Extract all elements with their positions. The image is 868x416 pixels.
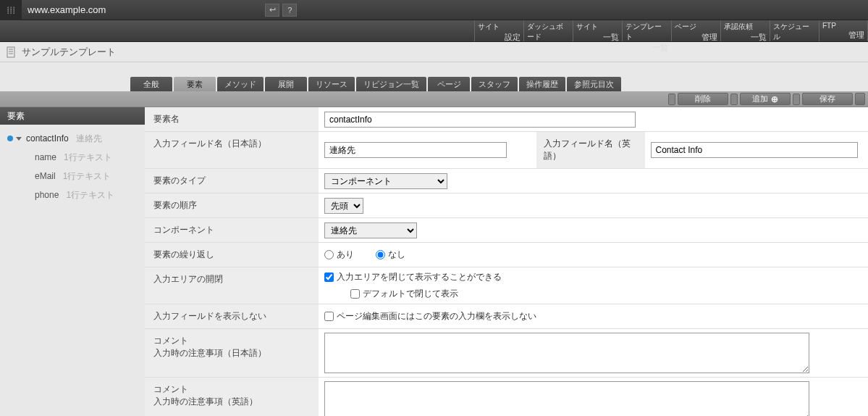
label-comment-en: コメント 入力時の注意事項（英語）	[145, 378, 319, 416]
order-select[interactable]: 先頭	[324, 198, 363, 214]
tab-history[interactable]: 操作履歴	[519, 77, 565, 91]
action-end-icon[interactable]	[855, 93, 865, 105]
area-default-close-option[interactable]: デフォルトで閉じて表示	[350, 288, 502, 300]
help-icon[interactable]: ?	[282, 4, 297, 17]
label-order: 要素の順序	[145, 194, 319, 217]
label-component: コンポーネント	[145, 218, 319, 242]
sidebar-header: 要素	[0, 107, 145, 125]
tab-expand[interactable]: 展開	[265, 77, 307, 91]
tree-item-email[interactable]: eMail 1行テキスト	[0, 167, 145, 186]
action-spacer	[668, 93, 675, 105]
repeat-yes-radio[interactable]	[324, 250, 334, 259]
url-text: www.example.com	[28, 4, 106, 15]
repeat-no-radio[interactable]	[376, 250, 385, 259]
page-title: サンプルテンプレート	[22, 46, 116, 59]
add-button[interactable]: 追加⊕	[740, 93, 791, 105]
tree-item-phone[interactable]: phone 1行テキスト	[0, 186, 145, 204]
label-field-en: 入力フィールド名（英語）	[536, 132, 645, 168]
action-bar: 削除 追加⊕ 保存	[0, 91, 868, 107]
sidebar: 要素 contactInfo 連絡先 name 1行テキスト eMail 1行テ…	[0, 107, 145, 416]
field-jp-input[interactable]	[324, 142, 507, 158]
label-element-name: 要素名	[145, 107, 319, 131]
template-icon	[6, 46, 17, 58]
element-form: 要素名 入力フィールド名（日本語） 入力フィールド名（英語） 要素のタイプ コン…	[145, 107, 868, 416]
nav-ftp-manage[interactable]: FTP管理	[819, 20, 868, 41]
area-close-checkbox[interactable]	[324, 273, 334, 282]
tab-staff[interactable]: スタッフ	[471, 77, 518, 91]
nav-site-list[interactable]: サイト一覧	[573, 20, 622, 41]
nav-site-settings[interactable]: サイト設定	[474, 20, 523, 41]
comment-jp-textarea[interactable]	[324, 333, 809, 373]
app-logo-icon: ⁞⁞⁞	[0, 0, 22, 20]
hide-field-checkbox[interactable]	[324, 312, 334, 321]
nav-dashboard[interactable]: ダッシュボード	[523, 20, 573, 41]
label-type: 要素のタイプ	[145, 169, 319, 193]
tab-revision[interactable]: リビジョン一覧	[356, 77, 426, 91]
nav-page-manage[interactable]: ページ管理	[671, 20, 720, 41]
tab-reference[interactable]: 参照元目次	[567, 77, 621, 91]
tab-element[interactable]: 要素	[174, 77, 216, 91]
action-spacer	[730, 93, 738, 105]
topbar: ⁞⁞⁞ www.example.com ↩ ?	[0, 0, 868, 20]
tree-item-root[interactable]: contactInfo 連絡先	[0, 129, 145, 148]
element-name-input[interactable]	[324, 112, 636, 128]
tree-item-name[interactable]: name 1行テキスト	[0, 148, 145, 167]
hide-field-option[interactable]: ページ編集画面にはこの要素の入力欄を表示しない	[324, 310, 536, 323]
nav-schedule[interactable]: スケジュール	[770, 20, 819, 41]
plus-icon: ⊕	[771, 94, 778, 104]
tab-resource[interactable]: リソース	[308, 77, 355, 91]
action-spacer	[793, 93, 800, 105]
nav-approval-list[interactable]: 承認依頼一覧	[720, 20, 770, 41]
repeat-yes-option[interactable]: あり	[324, 249, 354, 261]
tab-bar: 全般 要素 メソッド 展開 リソース リビジョン一覧 ページ スタッフ 操作履歴…	[0, 62, 868, 91]
label-comment-jp: コメント 入力時の注意事項（日本語）	[145, 329, 319, 377]
delete-button[interactable]: 削除	[678, 93, 728, 105]
label-repeat: 要素の繰り返し	[145, 243, 319, 267]
area-default-close-checkbox[interactable]	[350, 289, 360, 299]
field-en-input[interactable]	[651, 142, 858, 158]
area-close-option[interactable]: 入力エリアを閉じて表示することができる	[324, 271, 502, 283]
back-icon[interactable]: ↩	[265, 4, 279, 17]
tab-general[interactable]: 全般	[130, 77, 172, 91]
bullet-icon	[7, 136, 13, 141]
chevron-down-icon[interactable]	[16, 137, 22, 141]
tab-method[interactable]: メソッド	[217, 77, 264, 91]
label-area-open: 入力エリアの開閉	[145, 267, 319, 304]
label-hide-field: 入力フィールドを表示しない	[145, 304, 319, 328]
component-select[interactable]: 連絡先	[324, 222, 417, 238]
page-titlebar: サンプルテンプレート	[0, 42, 868, 62]
tab-page[interactable]: ページ	[428, 77, 470, 91]
comment-en-textarea[interactable]	[324, 381, 809, 416]
repeat-no-option[interactable]: なし	[376, 249, 405, 261]
svg-rect-0	[7, 47, 14, 57]
save-button[interactable]: 保存	[802, 93, 853, 105]
label-field-jp: 入力フィールド名（日本語）	[145, 132, 319, 168]
main-content: 要素 contactInfo 連絡先 name 1行テキスト eMail 1行テ…	[0, 107, 868, 416]
main-nav: サイト設定 ダッシュボード サイト一覧 テンプレート一覧 ページ管理 承認依頼一…	[0, 20, 868, 42]
element-tree: contactInfo 連絡先 name 1行テキスト eMail 1行テキスト…	[0, 125, 145, 209]
type-select[interactable]: コンポーネント	[324, 173, 447, 189]
nav-template-list[interactable]: テンプレート一覧	[622, 20, 671, 41]
